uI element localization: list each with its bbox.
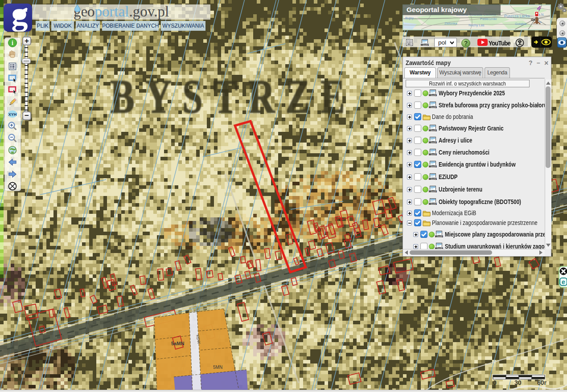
svg-text:Puszcza Lacka: Puszcza Lacka — [504, 14, 530, 18]
svg-text:wms: wms — [429, 105, 437, 109]
svg-text:wms: wms — [429, 93, 437, 97]
svg-text:wms: wms — [429, 189, 437, 193]
svg-text:Gołąbia: Gołąbia — [515, 22, 527, 26]
svg-text:Bujny: Bujny — [405, 16, 414, 20]
svg-text:wms: wms — [435, 234, 443, 238]
svg-text:wms: wms — [429, 140, 437, 144]
svg-text:wms: wms — [429, 152, 437, 156]
svg-text:BYSTRZE: BYSTRZE — [110, 69, 356, 123]
svg-text:wms: wms — [429, 176, 437, 180]
svg-text:i: i — [12, 40, 13, 46]
svg-text:wms: wms — [429, 128, 437, 132]
svg-text:Zielonka: Zielonka — [444, 21, 457, 25]
svg-text:5MN: 5MN — [213, 365, 222, 370]
svg-text:5aMN: 5aMN — [171, 341, 184, 346]
svg-text:60m: 60m — [537, 379, 546, 386]
svg-text:wms: wms — [421, 42, 429, 46]
svg-text:wms: wms — [429, 201, 437, 205]
svg-text:0: 0 — [493, 379, 497, 386]
svg-text:Nochy Las: Nochy Las — [468, 23, 485, 27]
svg-text:wms: wms — [429, 164, 437, 168]
svg-text:XYH: XYH — [8, 112, 17, 117]
svg-text:Pasieczniki: Pasieczniki — [480, 17, 497, 21]
svg-text:e: e — [562, 278, 565, 286]
svg-text:30: 30 — [514, 379, 522, 386]
